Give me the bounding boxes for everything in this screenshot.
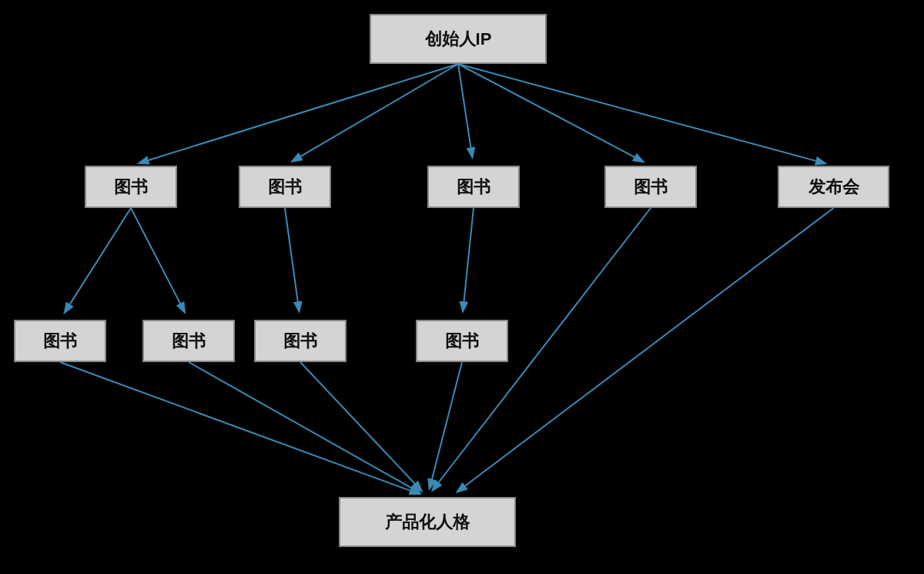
n5-label: 发布会 bbox=[808, 176, 859, 199]
svg-line-3 bbox=[458, 64, 472, 156]
n7-label: 图书 bbox=[172, 330, 206, 353]
n4-label: 图书 bbox=[634, 176, 668, 199]
n6-label: 图书 bbox=[43, 330, 77, 353]
bottom-node: 产品化人格 bbox=[339, 497, 516, 547]
bottom-label: 产品化人格 bbox=[385, 511, 470, 534]
n9-label: 图书 bbox=[445, 330, 479, 353]
svg-line-11 bbox=[189, 362, 420, 492]
svg-line-8 bbox=[285, 208, 299, 310]
n3-label: 图书 bbox=[457, 176, 490, 199]
n8-node: 图书 bbox=[254, 320, 346, 362]
n2-label: 图书 bbox=[268, 176, 302, 199]
svg-line-15 bbox=[458, 208, 834, 492]
root-label: 创始人IP bbox=[425, 28, 492, 51]
svg-line-6 bbox=[65, 208, 131, 312]
svg-line-4 bbox=[458, 64, 642, 161]
n4-node: 图书 bbox=[604, 166, 697, 208]
n2-node: 图书 bbox=[239, 166, 331, 208]
n8-label: 图书 bbox=[283, 330, 317, 353]
svg-line-7 bbox=[131, 208, 184, 311]
svg-line-13 bbox=[430, 362, 462, 488]
n9-node: 图书 bbox=[416, 320, 508, 362]
root-node: 创始人IP bbox=[370, 14, 547, 64]
svg-line-2 bbox=[293, 64, 458, 161]
svg-line-1 bbox=[139, 64, 458, 163]
n3-node: 图书 bbox=[427, 166, 520, 208]
svg-line-5 bbox=[458, 64, 825, 163]
n5-node: 发布会 bbox=[778, 166, 889, 208]
svg-line-12 bbox=[300, 362, 421, 490]
n1-label: 图书 bbox=[114, 176, 148, 199]
svg-line-10 bbox=[60, 362, 419, 494]
n7-node: 图书 bbox=[142, 320, 235, 362]
n6-node: 图书 bbox=[14, 320, 106, 362]
n1-node: 图书 bbox=[85, 166, 177, 208]
svg-line-9 bbox=[463, 208, 474, 310]
